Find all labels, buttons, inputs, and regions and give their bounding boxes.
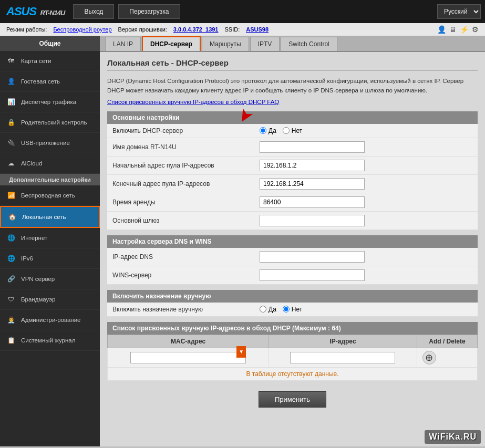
manual-enable-no-label[interactable]: Нет xyxy=(283,306,302,313)
basic-settings-table: Включить DHCP-сервер Да Нет Им xyxy=(107,124,478,230)
computer-icon: 🖥 xyxy=(449,25,457,34)
table-row: WINS-сервер xyxy=(107,266,478,284)
col-ip: IP-адрес xyxy=(269,335,417,348)
tab-routes[interactable]: Маршруты xyxy=(202,37,249,51)
dns-ip-input[interactable] xyxy=(260,251,365,263)
content-area: Локальная сеть - DHCP-сервер DHCP (Dynam… xyxy=(100,52,485,424)
field-value xyxy=(254,266,478,284)
usb-icon: ⚡ xyxy=(460,25,469,34)
dhcp-enable-no-label[interactable]: Нет xyxy=(283,127,302,134)
manual-no-text: Нет xyxy=(292,306,302,313)
guest-icon: 👤 xyxy=(5,76,17,87)
dhcp-no-text: Нет xyxy=(292,127,302,134)
sidebar-item-syslog[interactable]: 📋 Системный журнал xyxy=(0,330,100,351)
manual-enable-yes-label[interactable]: Да xyxy=(260,306,276,313)
mac-cell: ▼ xyxy=(108,348,269,367)
field-label: Начальный адрес пула IP-адресов xyxy=(107,156,254,174)
sidebar-item-internet[interactable]: 🌐 Интернет xyxy=(0,228,100,248)
sidebar-item-label: Диспетчер трафика xyxy=(21,98,76,106)
ip-cell xyxy=(269,348,417,367)
lease-time-input[interactable] xyxy=(260,196,365,208)
sidebar-item-label: USB-приложение xyxy=(21,139,70,147)
field-label: Время аренды xyxy=(107,193,254,211)
sidebar-item-label: Беспроводная сеть xyxy=(21,192,75,200)
manual-yes-text: Да xyxy=(269,306,276,313)
manual-ip-table: MAC-адрес IP-адрес Add / Delete ▼ xyxy=(107,335,478,381)
dhcp-enable-no-radio[interactable] xyxy=(283,127,290,134)
manual-enable-yes-radio[interactable] xyxy=(260,306,266,312)
sidebar-item-lan[interactable]: 🏠 Локальная сеть xyxy=(0,206,100,228)
reboot-button[interactable]: Перезагрузка xyxy=(118,4,180,19)
settings-icon: ⚙ xyxy=(472,25,479,34)
sidebar-item-label: IPv6 xyxy=(21,255,33,263)
topbar: ASUS RT-N14U Выход Перезагрузка Русский … xyxy=(0,0,485,23)
field-value: Да Нет xyxy=(254,124,478,138)
ip-pool-end-input[interactable] xyxy=(260,178,365,190)
field-value: Да Нет xyxy=(254,303,478,317)
ssid-value[interactable]: ASUS98 xyxy=(246,26,269,33)
apply-section: Применить xyxy=(107,381,478,418)
add-entry-button[interactable]: ⊕ xyxy=(422,351,436,364)
empty-row: В таблице отсутствуют данные. xyxy=(108,367,478,380)
sidebar-item-label: Интернет xyxy=(21,234,47,242)
wins-input[interactable] xyxy=(260,269,365,281)
firewall-icon: 🛡 xyxy=(5,294,17,305)
tab-iptv[interactable]: IPTV xyxy=(250,37,280,51)
lan-icon: 🏠 xyxy=(6,211,18,223)
sidebar-item-label: Гостевая сеть xyxy=(21,78,60,86)
firmware-value[interactable]: 3.0.0.4.372_1391 xyxy=(173,26,219,33)
tab-lan-ip[interactable]: LAN IP xyxy=(105,37,141,51)
usb-app-icon: 🔌 xyxy=(5,137,17,149)
gateway-input[interactable] xyxy=(260,215,365,226)
main-content: LAN IP DHCP-сервер Маршруты IPTV Switch … xyxy=(100,36,485,446)
field-label: Конечный адрес пула IP-адресов xyxy=(107,174,254,193)
exit-button[interactable]: Выход xyxy=(73,4,114,19)
domain-name-input[interactable] xyxy=(260,141,365,153)
user-icon: 👤 xyxy=(437,25,446,34)
sidebar-item-label: Брандмауэр xyxy=(21,296,55,304)
sidebar-item-aicloud[interactable]: ☁ AiCloud xyxy=(0,153,100,174)
sidebar-item-network-map[interactable]: 🗺 Карта сети xyxy=(0,51,100,71)
table-row: Время аренды xyxy=(107,193,478,211)
ipv6-icon: 🌐 xyxy=(5,253,17,264)
model-name: RT-N14U xyxy=(40,9,65,17)
brand-name: ASUS xyxy=(6,5,36,18)
sidebar-item-admin[interactable]: 👨‍💼 Администри-рование xyxy=(0,310,100,330)
apply-button[interactable]: Применить xyxy=(259,391,326,408)
sidebar-item-vpn[interactable]: 🔗 VPN сервер xyxy=(0,269,100,289)
mode-value[interactable]: Беспроводной роутер xyxy=(53,26,111,33)
field-label: IP-адрес DNS xyxy=(107,248,254,266)
ip-pool-start-input[interactable] xyxy=(260,160,365,171)
language-select[interactable]: Русский English xyxy=(437,4,481,19)
table-row: Конечный адрес пула IP-адресов xyxy=(107,174,478,193)
field-label: Имя домена RT-N14U xyxy=(107,138,254,156)
table-row: Имя домена RT-N14U xyxy=(107,138,478,156)
sidebar-item-guest-network[interactable]: 👤 Гостевая сеть xyxy=(0,71,100,92)
dhcp-enable-yes-label[interactable]: Да xyxy=(260,127,276,134)
aicloud-icon: ☁ xyxy=(5,158,17,169)
sidebar-item-firewall[interactable]: 🛡 Брандмауэр xyxy=(0,289,100,310)
dhcp-enable-group: Да Нет xyxy=(260,127,472,134)
faq-link[interactable]: Список присвоенных вручную IP-адресов в … xyxy=(107,99,478,105)
tab-switch-control[interactable]: Switch Control xyxy=(281,37,337,51)
ip-manual-input[interactable] xyxy=(290,352,395,363)
parental-icon: 🔒 xyxy=(5,117,17,128)
dhcp-enable-yes-radio[interactable] xyxy=(260,127,266,134)
page-description: DHCP (Dynamic Host Configuration Protoco… xyxy=(107,76,478,96)
manual-enable-group: Да Нет xyxy=(260,306,472,313)
col-mac: MAC-адрес xyxy=(108,335,269,348)
dns-settings-header: Настройка сервера DNS и WINS xyxy=(107,235,478,248)
sidebar-item-traffic[interactable]: 📊 Диспетчер трафика xyxy=(0,92,100,112)
basic-settings-header: Основные настройки xyxy=(107,111,478,124)
mac-input[interactable] xyxy=(130,352,246,363)
sidebar-item-parental[interactable]: 🔒 Родительский контроль xyxy=(0,112,100,133)
sidebar-item-usb[interactable]: 🔌 USB-приложение xyxy=(0,133,100,153)
manual-enable-no-radio[interactable] xyxy=(283,306,290,312)
field-value xyxy=(254,193,478,211)
tab-dhcp[interactable]: DHCP-сервер xyxy=(142,36,201,51)
firmware-label: Версия прошивки: xyxy=(118,26,167,33)
sidebar-item-label: Локальная сеть xyxy=(22,213,66,221)
field-value xyxy=(254,211,478,230)
sidebar-item-wireless[interactable]: 📶 Беспроводная сеть xyxy=(0,185,100,206)
sidebar-item-ipv6[interactable]: 🌐 IPv6 xyxy=(0,248,100,269)
